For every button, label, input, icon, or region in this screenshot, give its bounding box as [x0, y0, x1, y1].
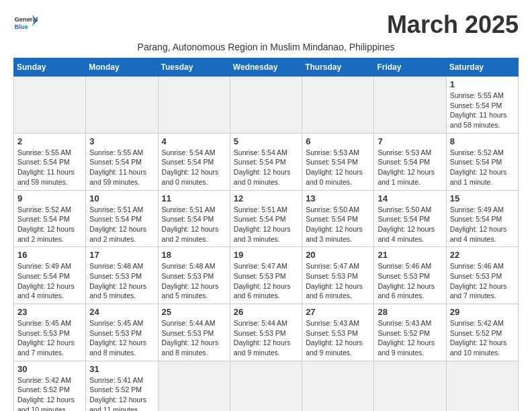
calendar-cell — [158, 361, 230, 411]
day-info: Sunrise: 5:45 AM Sunset: 5:53 PM Dayligh… — [89, 318, 154, 358]
day-number: 14 — [378, 193, 442, 203]
day-info: Sunrise: 5:48 AM Sunset: 5:53 PM Dayligh… — [89, 261, 154, 301]
month-title: March 2025 — [387, 11, 519, 39]
day-number: 23 — [17, 307, 82, 317]
day-number: 29 — [450, 307, 515, 317]
day-info: Sunrise: 5:47 AM Sunset: 5:53 PM Dayligh… — [306, 261, 370, 301]
day-header-tuesday: Tuesday — [158, 58, 230, 77]
day-info: Sunrise: 5:51 AM Sunset: 5:54 PM Dayligh… — [234, 205, 298, 244]
day-number: 1 — [450, 79, 515, 89]
day-info: Sunrise: 5:48 AM Sunset: 5:53 PM Dayligh… — [162, 261, 226, 301]
day-number: 7 — [378, 136, 442, 146]
calendar-cell: 2Sunrise: 5:55 AM Sunset: 5:54 PM Daylig… — [14, 133, 86, 190]
calendar-cell — [158, 77, 230, 134]
logo: General Blue — [13, 11, 38, 35]
day-info: Sunrise: 5:51 AM Sunset: 5:54 PM Dayligh… — [162, 205, 226, 244]
calendar-cell: 8Sunrise: 5:52 AM Sunset: 5:54 PM Daylig… — [446, 133, 518, 190]
calendar-week-6: 30Sunrise: 5:42 AM Sunset: 5:52 PM Dayli… — [14, 361, 519, 411]
day-info: Sunrise: 5:45 AM Sunset: 5:53 PM Dayligh… — [17, 318, 82, 358]
day-info: Sunrise: 5:55 AM Sunset: 5:54 PM Dayligh… — [89, 148, 154, 187]
calendar-cell — [374, 77, 446, 134]
calendar-cell: 14Sunrise: 5:50 AM Sunset: 5:54 PM Dayli… — [374, 190, 446, 247]
calendar-cell: 18Sunrise: 5:48 AM Sunset: 5:53 PM Dayli… — [158, 247, 230, 304]
day-info: Sunrise: 5:43 AM Sunset: 5:52 PM Dayligh… — [378, 318, 442, 358]
calendar-cell: 21Sunrise: 5:46 AM Sunset: 5:53 PM Dayli… — [374, 247, 446, 304]
day-number: 22 — [450, 250, 515, 260]
calendar-cell — [302, 77, 374, 134]
day-info: Sunrise: 5:49 AM Sunset: 5:54 PM Dayligh… — [450, 205, 515, 244]
day-number: 6 — [306, 136, 370, 146]
day-info: Sunrise: 5:55 AM Sunset: 5:54 PM Dayligh… — [450, 91, 515, 130]
calendar-cell: 1Sunrise: 5:55 AM Sunset: 5:54 PM Daylig… — [446, 77, 518, 134]
day-info: Sunrise: 5:53 AM Sunset: 5:54 PM Dayligh… — [306, 148, 370, 187]
day-info: Sunrise: 5:52 AM Sunset: 5:54 PM Dayligh… — [450, 148, 515, 187]
calendar-week-3: 9Sunrise: 5:52 AM Sunset: 5:54 PM Daylig… — [14, 190, 519, 247]
svg-text:Blue: Blue — [14, 24, 28, 30]
day-info: Sunrise: 5:50 AM Sunset: 5:54 PM Dayligh… — [378, 205, 442, 244]
day-info: Sunrise: 5:46 AM Sunset: 5:53 PM Dayligh… — [378, 261, 442, 301]
calendar-cell: 29Sunrise: 5:42 AM Sunset: 5:52 PM Dayli… — [446, 304, 518, 361]
day-number: 18 — [162, 250, 226, 260]
day-number: 11 — [162, 193, 226, 203]
day-info: Sunrise: 5:50 AM Sunset: 5:54 PM Dayligh… — [306, 205, 370, 244]
calendar-cell — [230, 361, 302, 411]
calendar-week-2: 2Sunrise: 5:55 AM Sunset: 5:54 PM Daylig… — [14, 133, 519, 190]
day-info: Sunrise: 5:46 AM Sunset: 5:53 PM Dayligh… — [450, 261, 515, 301]
calendar-cell: 24Sunrise: 5:45 AM Sunset: 5:53 PM Dayli… — [86, 304, 158, 361]
calendar-cell — [302, 361, 374, 411]
day-number: 4 — [162, 136, 226, 146]
day-number: 9 — [17, 193, 82, 203]
calendar-cell: 13Sunrise: 5:50 AM Sunset: 5:54 PM Dayli… — [302, 190, 374, 247]
day-info: Sunrise: 5:44 AM Sunset: 5:53 PM Dayligh… — [162, 318, 226, 358]
day-header-friday: Friday — [374, 58, 446, 77]
day-number: 31 — [89, 364, 154, 374]
day-info: Sunrise: 5:41 AM Sunset: 5:52 PM Dayligh… — [89, 375, 154, 411]
day-number: 21 — [378, 250, 442, 260]
subtitle: Parang, Autonomous Region in Muslim Mind… — [13, 42, 519, 52]
calendar-cell: 22Sunrise: 5:46 AM Sunset: 5:53 PM Dayli… — [446, 247, 518, 304]
calendar-cell: 25Sunrise: 5:44 AM Sunset: 5:53 PM Dayli… — [158, 304, 230, 361]
calendar-cell: 16Sunrise: 5:49 AM Sunset: 5:54 PM Dayli… — [14, 247, 86, 304]
calendar-table: SundayMondayTuesdayWednesdayThursdayFrid… — [13, 58, 519, 411]
calendar-cell: 20Sunrise: 5:47 AM Sunset: 5:53 PM Dayli… — [302, 247, 374, 304]
day-info: Sunrise: 5:49 AM Sunset: 5:54 PM Dayligh… — [17, 261, 82, 301]
calendar-week-4: 16Sunrise: 5:49 AM Sunset: 5:54 PM Dayli… — [14, 247, 519, 304]
calendar-cell: 5Sunrise: 5:54 AM Sunset: 5:54 PM Daylig… — [230, 133, 302, 190]
header: General Blue March 2025 — [13, 11, 519, 39]
day-number: 26 — [234, 307, 298, 317]
day-number: 17 — [89, 250, 154, 260]
day-number: 30 — [17, 364, 82, 374]
calendar-cell: 30Sunrise: 5:42 AM Sunset: 5:52 PM Dayli… — [14, 361, 86, 411]
day-number: 20 — [306, 250, 370, 260]
calendar-cell: 28Sunrise: 5:43 AM Sunset: 5:52 PM Dayli… — [374, 304, 446, 361]
calendar-cell — [14, 77, 86, 134]
calendar-cell — [374, 361, 446, 411]
day-number: 28 — [378, 307, 442, 317]
day-number: 19 — [234, 250, 298, 260]
day-info: Sunrise: 5:51 AM Sunset: 5:54 PM Dayligh… — [89, 205, 154, 244]
calendar-cell — [230, 77, 302, 134]
day-header-monday: Monday — [86, 58, 158, 77]
day-info: Sunrise: 5:55 AM Sunset: 5:54 PM Dayligh… — [17, 148, 82, 187]
calendar-cell: 23Sunrise: 5:45 AM Sunset: 5:53 PM Dayli… — [14, 304, 86, 361]
day-info: Sunrise: 5:47 AM Sunset: 5:53 PM Dayligh… — [234, 261, 298, 301]
day-info: Sunrise: 5:54 AM Sunset: 5:54 PM Dayligh… — [234, 148, 298, 187]
calendar-cell: 17Sunrise: 5:48 AM Sunset: 5:53 PM Dayli… — [86, 247, 158, 304]
calendar-cell: 15Sunrise: 5:49 AM Sunset: 5:54 PM Dayli… — [446, 190, 518, 247]
day-info: Sunrise: 5:43 AM Sunset: 5:53 PM Dayligh… — [306, 318, 370, 358]
day-number: 10 — [89, 193, 154, 203]
calendar-cell: 31Sunrise: 5:41 AM Sunset: 5:52 PM Dayli… — [86, 361, 158, 411]
day-number: 27 — [306, 307, 370, 317]
calendar-cell: 10Sunrise: 5:51 AM Sunset: 5:54 PM Dayli… — [86, 190, 158, 247]
calendar-cell: 4Sunrise: 5:54 AM Sunset: 5:54 PM Daylig… — [158, 133, 230, 190]
day-info: Sunrise: 5:54 AM Sunset: 5:54 PM Dayligh… — [162, 148, 226, 187]
day-info: Sunrise: 5:44 AM Sunset: 5:53 PM Dayligh… — [234, 318, 298, 358]
day-number: 8 — [450, 136, 515, 146]
calendar-cell — [446, 361, 518, 411]
day-number: 5 — [234, 136, 298, 146]
day-number: 3 — [89, 136, 154, 146]
day-info: Sunrise: 5:52 AM Sunset: 5:54 PM Dayligh… — [17, 205, 82, 244]
logo-icon: General Blue — [13, 11, 38, 35]
day-number: 12 — [234, 193, 298, 203]
day-header-sunday: Sunday — [14, 58, 86, 77]
